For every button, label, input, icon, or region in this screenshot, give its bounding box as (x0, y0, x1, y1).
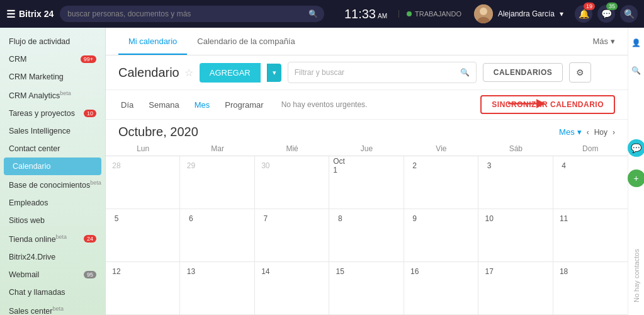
sidebar-item-bitrix-drive[interactable]: Bitrix24.Drive (0, 248, 105, 266)
sidebar-item-sitios[interactable]: Sitios web (0, 212, 105, 229)
sidebar-item-webmail[interactable]: Webmail 95 (0, 266, 105, 284)
cal-cell[interactable]: 12 (106, 262, 180, 314)
cal-cell[interactable]: 15 (329, 262, 404, 314)
sidebar-item-sales-intel[interactable]: Sales Intelligence (0, 122, 105, 140)
cal-cell[interactable]: 10 (478, 209, 553, 261)
cal-cell[interactable]: 7 (255, 209, 329, 261)
cal-cell[interactable]: 2 (404, 156, 478, 209)
app-logo[interactable]: ☰ Bitrix 24 (6, 8, 54, 20)
tab-more[interactable]: Más ▾ (592, 37, 615, 46)
sidebar-item-crm[interactable]: CRM 99+ (0, 50, 105, 68)
chat-badge: 35 (606, 3, 618, 10)
cal-cell[interactable]: 30 (255, 156, 329, 209)
add-button[interactable]: AGREGAR (200, 63, 261, 83)
nav-prev-button[interactable]: ‹ (587, 128, 589, 137)
topbar-status[interactable]: TRABAJANDO (398, 10, 461, 18)
day-name-mie: Mié (255, 142, 329, 156)
day-number: 4 (557, 159, 571, 173)
cal-cell[interactable]: 14 (255, 262, 329, 314)
calendar-view-bar: Día Semana Mes Programar No hay eventos … (106, 90, 628, 120)
sidebar-item-label: Empleados (9, 198, 48, 207)
sidebar-item-label: Tareas y proyectos (9, 109, 75, 118)
nav-next-button[interactable]: › (613, 128, 615, 137)
cal-cell[interactable]: 4 (553, 156, 628, 209)
sidebar-item-chat[interactable]: Chat y llamadas (0, 284, 105, 301)
chevron-down-icon: ▾ (611, 37, 615, 46)
cal-cell[interactable]: 11 (553, 209, 628, 261)
sidebar-item-calendario[interactable]: Calendario (4, 158, 101, 175)
sidebar-item-crm-marketing[interactable]: CRM Marketing (0, 68, 105, 86)
sidebar-item-label: CRM Analyticsbeta (9, 90, 71, 100)
view-btn-programar[interactable]: Programar (222, 99, 266, 111)
sidebar-item-tareas[interactable]: Tareas y proyectos 10 (0, 105, 105, 122)
filter-input[interactable] (295, 68, 456, 77)
tab-mi-calendario[interactable]: Mi calendario (118, 29, 187, 55)
star-icon[interactable]: ☆ (184, 67, 193, 79)
search-bar: 🔍 (60, 6, 324, 22)
view-btn-dia[interactable]: Día (118, 99, 136, 111)
main-content: Mi calendario Calendario de la compañía … (106, 28, 628, 315)
day-number: 7 (259, 212, 273, 226)
settings-button[interactable]: ⚙ (569, 62, 591, 83)
calendar-tabs: Mi calendario Calendario de la compañía … (106, 28, 628, 55)
view-btn-mes[interactable]: Mes (192, 99, 213, 111)
tareas-badge: 10 (84, 110, 96, 117)
right-icon-1[interactable]: 👤 (628, 34, 645, 52)
month-title: Octubre, 2020 (118, 125, 198, 139)
calendars-button[interactable]: CALENDARIOS (483, 63, 563, 82)
user-name: Alejandra García (498, 9, 555, 18)
day-number: 15 (333, 265, 347, 278)
search-input[interactable] (60, 6, 324, 22)
day-number: 18 (557, 265, 571, 278)
cal-cell[interactable]: 18 (553, 262, 628, 314)
topbar-user[interactable]: Alejandra García ▾ (474, 4, 563, 23)
cal-cell[interactable]: 8 (329, 209, 404, 261)
bell-icon: 🔔 (579, 9, 589, 19)
search-global-btn[interactable]: 🔍 (620, 5, 638, 23)
sync-arrow-indicator (508, 96, 546, 113)
cal-cell[interactable]: 13 (180, 262, 254, 314)
cal-cell[interactable]: 16 (404, 262, 478, 314)
sidebar-item-tienda[interactable]: Tienda onlinebeta 24 (0, 229, 105, 248)
view-btn-semana[interactable]: Semana (146, 99, 181, 111)
sidebar-item-label: Sales Intelligence (9, 127, 71, 135)
day-name-vie: Vie (404, 142, 478, 156)
right-green-btn[interactable]: + (628, 169, 645, 187)
day-number: 10 (482, 212, 496, 226)
sidebar-item-sales-center[interactable]: Sales centerbeta (0, 301, 105, 315)
right-chat-btn[interactable]: 💬 (628, 139, 645, 157)
menu-icon[interactable]: ☰ (6, 8, 15, 20)
cal-cell[interactable]: 3 (478, 156, 553, 209)
sidebar-item-crm-analytics[interactable]: CRM Analyticsbeta (0, 86, 105, 105)
day-number: 30 (259, 159, 273, 173)
cal-cell[interactable]: 6 (180, 209, 254, 261)
tienda-badge: 24 (84, 235, 96, 243)
chat-icon-btn[interactable]: 💬 35 (597, 5, 615, 23)
time-display: 11:33 (344, 7, 376, 21)
sync-calendar-button[interactable]: SINCRONIZAR CALENDARIO (480, 95, 615, 114)
sidebar-item-base[interactable]: Base de conocimientosbeta (0, 175, 105, 194)
cal-cell[interactable]: 28 (106, 156, 180, 209)
cal-cell[interactable]: 5 (106, 209, 180, 261)
cal-cell[interactable]: 9 (404, 209, 478, 261)
notification-icon-btn[interactable]: 🔔 19 (575, 5, 592, 23)
sidebar: Flujo de actividad CRM 99+ CRM Marketing… (0, 28, 106, 315)
no-events-text: No hay eventos urgentes. (281, 100, 368, 109)
cal-cell[interactable]: Oct 1 (329, 156, 404, 209)
add-arrow-button[interactable]: ▾ (267, 64, 281, 82)
sidebar-item-label: Base de conocimientosbeta (9, 180, 101, 190)
chat-icon: 💬 (601, 9, 612, 19)
day-number: 3 (482, 159, 496, 173)
calendar-weeks: 28 29 30 Oct 1 2 3 4 5 6 7 8 9 10 11 (106, 156, 628, 315)
cal-cell[interactable]: 17 (478, 262, 553, 314)
cal-cell[interactable]: 29 (180, 156, 254, 209)
sidebar-item-empleados[interactable]: Empleados (0, 194, 105, 212)
right-icon-2[interactable]: 🔍 (628, 62, 645, 79)
day-number: 17 (482, 265, 496, 278)
user-dropdown-icon[interactable]: ▾ (560, 9, 563, 18)
sidebar-item-contact-center[interactable]: Contact center (0, 140, 105, 158)
nav-today-button[interactable]: Hoy (594, 128, 607, 137)
tab-calendario-compania[interactable]: Calendario de la compañía (187, 29, 305, 55)
view-select[interactable]: Mes ▾ (559, 127, 582, 137)
sidebar-item-flujo[interactable]: Flujo de actividad (0, 33, 105, 50)
